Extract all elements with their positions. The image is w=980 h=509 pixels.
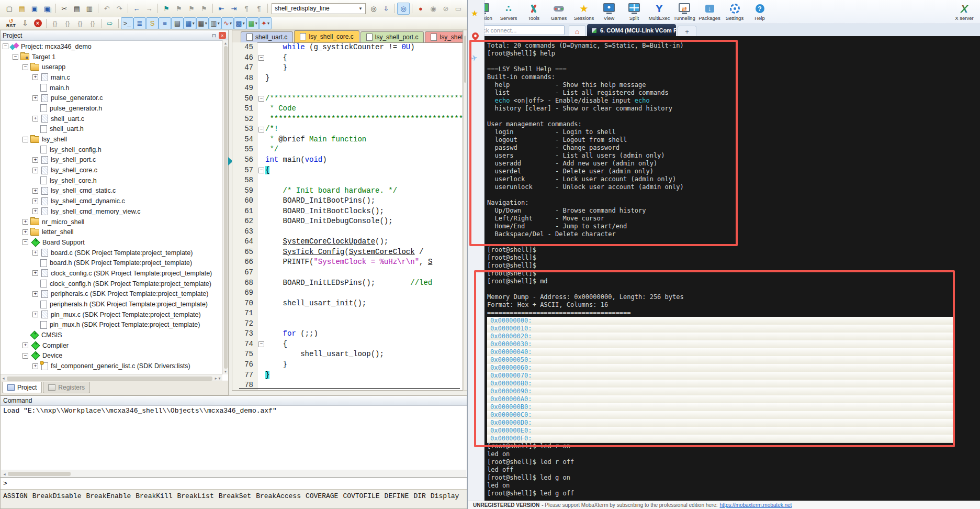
indent-left-icon[interactable]: ⇤ <box>215 3 228 15</box>
editor-tab[interactable]: lsy_shell_port.c <box>361 31 424 42</box>
tree-item[interactable]: +clock_config.c (SDK Project Template:pr… <box>1 268 222 279</box>
command-button-breakdisable[interactable]: BreakDisable <box>32 492 82 500</box>
command-button-define[interactable]: DEFINE <box>385 492 409 500</box>
collapse-icon[interactable]: − <box>3 43 8 49</box>
fold-icon[interactable]: − <box>258 341 264 347</box>
close-icon[interactable]: × <box>219 32 226 39</box>
flash-download-icon[interactable]: ⇩ <box>380 3 392 15</box>
run-icon[interactable]: ⇨ <box>104 17 116 29</box>
open-file-icon[interactable]: ▤ <box>16 3 28 15</box>
cut-icon[interactable]: ✂ <box>58 3 71 15</box>
save-file-icon[interactable]: ▣ <box>28 3 41 15</box>
peripherals-window-icon[interactable]: ▦▾ <box>246 17 259 29</box>
step-out-icon[interactable]: {} <box>74 17 86 29</box>
expand-icon[interactable]: + <box>32 168 38 173</box>
redo-icon[interactable]: ↷ <box>113 3 126 15</box>
tree-item[interactable]: +pulse_generator.c <box>1 93 222 103</box>
step-into-icon[interactable]: {} <box>49 17 61 29</box>
toolbar-packages-button[interactable]: ↓Packages <box>697 1 722 24</box>
toolbar-multiexec-button[interactable]: YMultiExec <box>647 1 672 24</box>
tree-item[interactable]: main.h <box>1 83 222 93</box>
pin-icon[interactable] <box>470 31 480 40</box>
expand-icon[interactable]: + <box>32 157 38 163</box>
copy-icon[interactable]: ▤ <box>71 3 83 15</box>
analysis-window-icon[interactable]: ∿▾ <box>221 17 234 29</box>
tree-item[interactable]: +fsl_component_generic_list.c (SDK Drive… <box>1 361 222 371</box>
collapse-icon[interactable]: − <box>22 64 28 70</box>
tree-item[interactable]: −Board Support <box>1 237 222 248</box>
editor-bottom-splitter[interactable] <box>239 388 460 389</box>
tree-item[interactable]: +peripherals.c (SDK Project Template:pro… <box>1 289 222 300</box>
tree-item[interactable]: lsy_shell_config.h <box>1 145 222 155</box>
symbol-combobox[interactable]: shell_redisplay_line▼ <box>272 3 366 14</box>
toolbar-help-button[interactable]: ?Help <box>747 1 772 24</box>
editor-tab[interactable]: shell_uart.c <box>241 31 293 42</box>
indent-right-icon[interactable]: ⇥ <box>228 3 240 15</box>
expand-icon[interactable]: + <box>32 250 38 256</box>
tree-item[interactable]: +board.c (SDK Project Template:project_t… <box>1 248 222 258</box>
tree-item[interactable]: −Project: mcxa346_demo <box>1 41 222 52</box>
home-tab[interactable]: ⌂ <box>569 25 585 37</box>
command-button-assign[interactable]: ASSIGN <box>3 492 28 500</box>
tree-item[interactable]: −userapp <box>1 62 222 72</box>
command-window-icon[interactable]: >_ <box>121 17 133 29</box>
call-stack-window-icon[interactable]: ▤ <box>171 17 184 29</box>
breakpoint-disable-icon[interactable]: ⊘ <box>440 3 452 15</box>
stop-debug-button[interactable]: × <box>31 17 44 29</box>
tree-item[interactable]: pin_mux.h (SDK Project Template:project_… <box>1 320 222 330</box>
expand-icon[interactable]: + <box>32 188 38 194</box>
collapse-icon[interactable]: − <box>22 137 28 142</box>
editor-tab[interactable]: lsy_shell_core.c <box>294 30 359 42</box>
tree-item[interactable]: board.h (SDK Project Template:project_te… <box>1 258 222 268</box>
expand-icon[interactable]: + <box>22 219 28 225</box>
expand-icon[interactable]: + <box>32 198 38 204</box>
run-to-line-icon[interactable]: {} <box>86 17 99 29</box>
expand-icon[interactable]: + <box>32 208 38 214</box>
toolbar-xserver-button[interactable]: XX server <box>952 1 977 24</box>
bookmark-clear-icon[interactable]: ⚑ <box>198 3 210 15</box>
toolbar-servers-button[interactable]: ∴Servers <box>496 1 521 24</box>
toolbar-tools-button[interactable]: Tools <box>521 1 546 24</box>
terminal[interactable]: Total: 20 commands (D=Dynamic, S=Static,… <box>468 36 980 501</box>
watch-window-icon[interactable]: ▦▾ <box>184 17 196 29</box>
tab-com4-session[interactable]: 6. COM4 (MCU-Link VCom Port (C × <box>587 24 676 37</box>
command-button-display[interactable]: Display <box>431 492 459 500</box>
command-button-covtofile[interactable]: COVTOFILE <box>343 492 379 500</box>
tree-item[interactable]: −lsy_shell <box>1 134 222 145</box>
bookmark-toggle-icon[interactable]: ⚑ <box>160 3 173 15</box>
bookmark-prev-icon[interactable]: ⚑ <box>173 3 185 15</box>
favorites-star-icon[interactable]: ★ <box>471 8 478 18</box>
tree-item[interactable]: shell_uart.h <box>1 124 222 135</box>
tree-item[interactable]: peripherals.h (SDK Project Template:proj… <box>1 299 222 309</box>
symbol-window-icon[interactable]: S <box>146 17 159 29</box>
expand-icon[interactable]: + <box>32 270 38 276</box>
bookmark-next-icon[interactable]: ⚑ <box>185 3 198 15</box>
tree-item[interactable]: −Target 1 <box>1 52 222 62</box>
tree-item[interactable]: +lsy_shell_cmd_dynamic.c <box>1 196 222 206</box>
disassembly-window-icon[interactable]: ≣ <box>133 17 146 29</box>
command-button-coverage[interactable]: COVERAGE <box>306 492 338 500</box>
toolbar-tunneling-button[interactable]: ⇄Tunneling <box>672 1 697 24</box>
toolbar-games-button[interactable]: Games <box>546 1 571 24</box>
expand-icon[interactable]: + <box>32 74 38 80</box>
tree-item[interactable]: +main.c <box>1 72 222 83</box>
quick-connect-input[interactable] <box>470 25 565 35</box>
fold-icon[interactable]: − <box>258 96 264 102</box>
toolbar-settings-button[interactable]: Settings <box>722 1 747 24</box>
tree-item[interactable]: +shell_uart.c <box>1 114 222 124</box>
command-button-dir[interactable]: DIR <box>413 492 425 500</box>
project-tree-vertical-scrollbar[interactable]: ▲▼ <box>222 40 228 374</box>
panel-tab-project[interactable]: Project <box>2 382 42 393</box>
memory-window-icon[interactable]: ▦▾ <box>196 17 209 29</box>
step-over-icon[interactable]: {} <box>61 17 74 29</box>
collapse-icon[interactable]: − <box>22 353 28 359</box>
tree-item[interactable]: +lsy_shell_cmd_static.c <box>1 186 222 196</box>
serial-window-icon[interactable]: ▥▾ <box>209 17 221 29</box>
breakpoint-toggle-icon[interactable]: ◉ <box>427 3 440 15</box>
expand-icon[interactable]: + <box>32 312 38 317</box>
command-button-breakenable[interactable]: BreakEnable <box>86 492 131 500</box>
panel-tab-registers[interactable]: Registers <box>43 382 90 393</box>
new-file-icon[interactable]: ▢ <box>3 3 16 15</box>
tree-item[interactable]: clock_config.h (SDK Project Template:pro… <box>1 279 222 289</box>
expand-icon[interactable]: + <box>32 95 38 101</box>
